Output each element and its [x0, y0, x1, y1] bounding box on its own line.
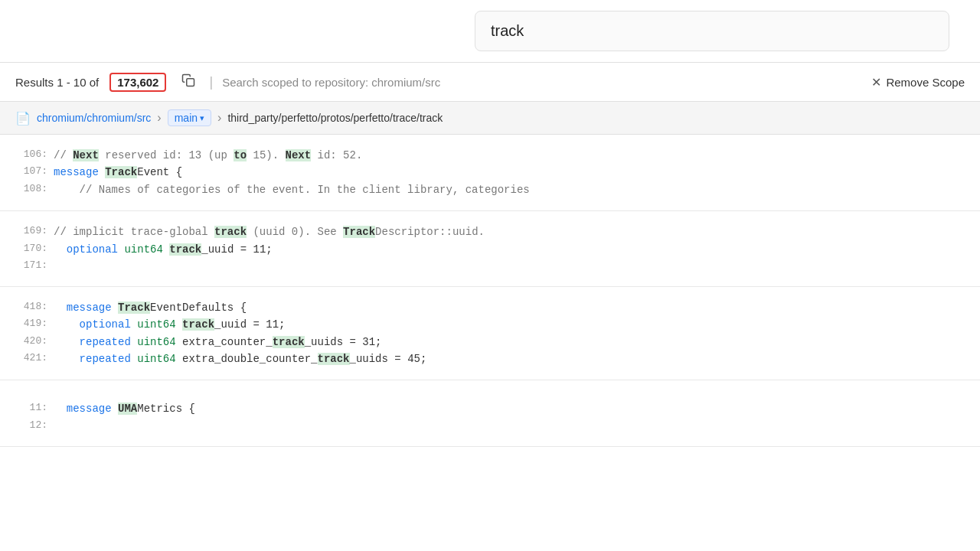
highlight-to: to: [234, 149, 247, 161]
remove-scope-label: Remove Scope: [886, 76, 965, 89]
code-text: repeated uint64 extra_counter_track_uuid…: [54, 334, 382, 350]
code-line-11: 11: message UMAMetrics {: [15, 400, 965, 417]
search-bar-area: [0, 0, 980, 62]
code-line-421: 421: repeated uint64 extra_double_counte…: [15, 350, 965, 367]
code-line-107: 107: message TrackEvent {: [15, 164, 965, 181]
code-line-12: 12:: [15, 418, 965, 434]
code-text: optional uint64 track_uuid = 11;: [54, 241, 273, 258]
code-result-2: 169: // implicit trace-global track (uui…: [0, 211, 980, 287]
scope-text: Search scoped to repository: chromium/sr…: [222, 76, 862, 89]
results-count: 173,602: [109, 73, 166, 92]
svg-rect-0: [187, 79, 194, 86]
line-number: 169:: [15, 223, 54, 240]
file-icon: 📄: [15, 111, 31, 126]
line-number: 106:: [15, 147, 54, 163]
code-result-1: 106: // Next reserved id: 13 (up to 15).…: [0, 135, 980, 211]
line-number: 11:: [15, 400, 54, 416]
code-line-170: 170: optional uint64 track_uuid = 11;: [15, 241, 965, 258]
highlight-next: Next: [73, 149, 99, 161]
search-input[interactable]: [475, 11, 949, 51]
breadcrumb-sep-1: ›: [157, 111, 161, 125]
code-line-108: 108: // Names of categories of the event…: [15, 181, 965, 198]
breadcrumb-branch[interactable]: main ▾: [168, 109, 211, 126]
code-line-420: 420: repeated uint64 extra_counter_track…: [15, 334, 965, 350]
line-number: 108:: [15, 181, 54, 197]
spacer: [0, 380, 980, 388]
code-text: message UMAMetrics {: [54, 400, 195, 417]
code-line-106: 106: // Next reserved id: 13 (up to 15).…: [15, 147, 965, 164]
code-text: message TrackEventDefaults {: [54, 299, 247, 316]
code-result-3: 418: message TrackEventDefaults { 419: o…: [0, 287, 980, 381]
copy-count-button[interactable]: [177, 72, 200, 92]
divider: |: [209, 74, 213, 90]
results-header: Results 1 - 10 of 173,602 | Search scope…: [0, 62, 980, 102]
code-text: // implicit trace-global track (uuid 0).…: [54, 223, 485, 240]
code-text: repeated uint64 extra_double_counter_tra…: [54, 350, 426, 367]
line-number: 171:: [15, 258, 54, 274]
code-text: optional uint64 track_uuid = 11;: [54, 316, 286, 333]
line-number: 419:: [15, 316, 54, 332]
line-number: 418:: [15, 299, 54, 315]
breadcrumb-sep-2: ›: [217, 111, 221, 125]
code-line-169: 169: // implicit trace-global track (uui…: [15, 223, 965, 240]
code-line-171: 171:: [15, 258, 965, 274]
code-line-419: 419: optional uint64 track_uuid = 11;: [15, 316, 965, 333]
code-text: // Next reserved id: 13 (up to 15). Next…: [54, 147, 362, 164]
chevron-down-icon: ▾: [200, 113, 204, 123]
breadcrumb-path: third_party/perfetto/protos/perfetto/tra…: [227, 112, 443, 124]
close-icon: ✕: [871, 75, 881, 90]
branch-label: main: [175, 112, 198, 124]
code-text: // Names of categories of the event. In …: [54, 181, 530, 198]
code-text: message TrackEvent {: [54, 164, 182, 181]
results-prefix: Results 1 - 10 of: [15, 76, 99, 89]
code-result-4: 11: message UMAMetrics { 12:: [0, 388, 980, 446]
highlight-next2: Next: [286, 149, 312, 161]
code-line-418: 418: message TrackEventDefaults {: [15, 299, 965, 316]
line-number: 421:: [15, 350, 54, 367]
line-number: 170:: [15, 241, 54, 257]
remove-scope-button[interactable]: ✕ Remove Scope: [871, 75, 965, 90]
line-number: 420:: [15, 334, 54, 350]
breadcrumb: 📄 chromium/chromium/src › main ▾ › third…: [0, 102, 980, 135]
breadcrumb-repo[interactable]: chromium/chromium/src: [37, 112, 151, 124]
line-number: 107:: [15, 164, 54, 180]
line-number: 12:: [15, 418, 54, 434]
